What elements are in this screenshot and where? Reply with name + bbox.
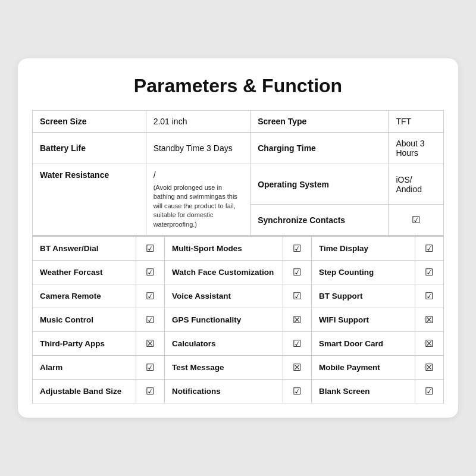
- feature-label: Alarm: [40, 363, 62, 372]
- feature-label: Watch Face Customization: [172, 268, 274, 277]
- feature-check: ☑: [293, 386, 301, 396]
- feature-check: ☑: [293, 243, 301, 253]
- feature-check: ☑: [425, 267, 433, 277]
- feature-check: ☒: [146, 339, 154, 349]
- feature-check: ☒: [425, 315, 433, 325]
- feature-label: Camera Remote: [40, 292, 101, 300]
- feature-label: Blank Screen: [319, 387, 370, 396]
- feature-label: Adjustable Band Size: [40, 387, 121, 396]
- screen-type-value: TFT: [396, 117, 411, 126]
- screen-size-label: Screen Size: [40, 117, 87, 126]
- feature-label: Calculators: [172, 339, 216, 348]
- table-row: Alarm ☑ Test Message ☒ Mobile Payment ☒: [33, 355, 444, 379]
- feature-check: ☒: [293, 315, 301, 325]
- table-row: Adjustable Band Size ☑ Notifications ☑ B…: [33, 379, 444, 403]
- feature-check: ☒: [293, 362, 301, 372]
- battery-life-value: Standby Time 3 Days: [154, 143, 233, 153]
- battery-life-label: Battery Life: [40, 143, 86, 153]
- feature-label: GPS Functionality: [172, 315, 241, 324]
- water-note: (Avoid prolonged use in bathing and swim…: [154, 183, 243, 229]
- feature-label: Music Control: [40, 315, 93, 324]
- feature-check: ☑: [293, 267, 301, 277]
- feature-check: ☑: [425, 291, 433, 301]
- feature-check: ☑: [146, 315, 154, 325]
- main-container: Parameters & Function Screen Size 2.01 i…: [18, 58, 458, 418]
- charging-time-label: Charging Time: [258, 143, 316, 153]
- feature-label: Weather Forcast: [40, 268, 103, 277]
- feature-label: Voice Assistant: [172, 292, 231, 300]
- sync-contacts-check: ☑: [412, 215, 420, 225]
- feature-check: ☑: [146, 267, 154, 277]
- operating-system-label: Operating System: [258, 180, 329, 189]
- feature-check: ☒: [425, 339, 433, 349]
- feature-label: Smart Door Card: [319, 339, 383, 348]
- feature-label: Time Display: [319, 244, 368, 253]
- page-title: Parameters & Function: [32, 75, 444, 97]
- screen-type-label: Screen Type: [258, 117, 306, 126]
- feature-label: BT Answer/Dial: [40, 244, 99, 253]
- feature-check: ☑: [293, 291, 301, 301]
- feature-label: Multi-Sport Modes: [172, 244, 242, 253]
- feature-check: ☑: [146, 362, 154, 372]
- feature-check: ☑: [425, 386, 433, 396]
- feature-check: ☑: [146, 291, 154, 301]
- feature-label: Step Counting: [319, 268, 374, 277]
- table-row: Water Resistance / (Avoid prolonged use …: [33, 164, 444, 205]
- water-resistance-value: /: [154, 170, 243, 180]
- charging-time-value: About 3 Hours: [396, 139, 424, 158]
- features-table: BT Answer/Dial ☑ Multi-Sport Modes ☑ Tim…: [32, 236, 444, 403]
- sync-contacts-label: Synchronize Contacts: [258, 215, 345, 225]
- feature-check: ☒: [425, 362, 433, 372]
- feature-check: ☑: [425, 243, 433, 253]
- feature-check: ☑: [146, 243, 154, 253]
- feature-label: Third-Party Apps: [40, 339, 105, 348]
- table-row: Third-Party Apps ☒ Calculators ☑ Smart D…: [33, 331, 444, 355]
- table-row: Music Control ☑ GPS Functionality ☒ WIFI…: [33, 308, 444, 331]
- specs-table: Screen Size 2.01 inch Screen Type TFT Ba…: [32, 110, 444, 236]
- feature-label: Test Message: [172, 363, 224, 372]
- feature-check: ☑: [293, 339, 301, 349]
- operating-system-value: iOS/ Andiod: [396, 175, 422, 194]
- feature-label: BT Support: [319, 292, 363, 300]
- table-row: Weather Forcast ☑ Watch Face Customizati…: [33, 260, 444, 284]
- table-row: Battery Life Standby Time 3 Days Chargin…: [33, 133, 444, 164]
- table-row: BT Answer/Dial ☑ Multi-Sport Modes ☑ Tim…: [33, 236, 444, 260]
- table-row: Screen Size 2.01 inch Screen Type TFT: [33, 111, 444, 133]
- feature-label: Mobile Payment: [319, 363, 380, 372]
- feature-check: ☑: [146, 386, 154, 396]
- feature-label: Notifications: [172, 387, 221, 396]
- water-resistance-label: Water Resistance: [40, 170, 139, 180]
- screen-size-value: 2.01 inch: [154, 117, 187, 126]
- feature-label: WIFI Support: [319, 315, 369, 324]
- table-row: Camera Remote ☑ Voice Assistant ☑ BT Sup…: [33, 284, 444, 308]
